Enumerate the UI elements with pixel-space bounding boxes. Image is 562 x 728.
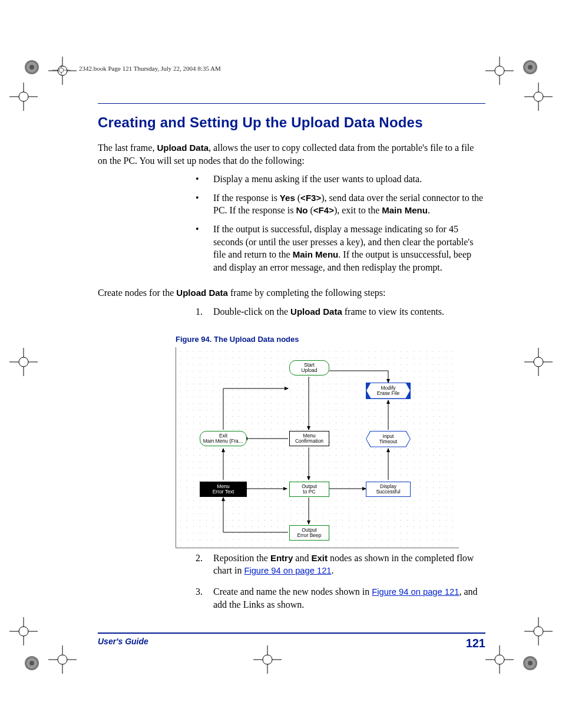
footer-guide-label: User's Guide <box>98 637 148 650</box>
svg-point-10 <box>525 62 535 73</box>
entry-label: Entry <box>270 553 293 563</box>
list-item: If the output is successful, display a m… <box>213 223 485 279</box>
footer-rule <box>98 633 485 634</box>
text: frame by completing the following steps: <box>228 288 386 298</box>
main-menu-label: Main Menu <box>293 249 339 259</box>
footer: User's Guide 121 <box>98 637 485 650</box>
figure-link[interactable]: Figure 94 on page 121 <box>244 566 331 575</box>
node-output-error-beep: OutputError Beep <box>289 525 329 541</box>
step-list: Double-click on the Upload Data frame to… <box>98 305 485 327</box>
key-f4: <F4> <box>313 205 334 215</box>
svg-point-31 <box>27 658 37 668</box>
svg-point-2 <box>29 65 34 70</box>
svg-point-20 <box>19 357 28 367</box>
svg-point-0 <box>25 60 39 74</box>
node-menu-confirmation: MenuConfirmation <box>289 431 329 446</box>
figure-link[interactable]: Figure 94 on page 121 <box>372 587 459 597</box>
figure-flowchart: StartUpload ModifyErase File ExitMain Me… <box>176 347 459 548</box>
svg-point-17 <box>534 92 543 101</box>
list-item: Display a menu asking if the user wants … <box>213 173 485 192</box>
top-rule <box>98 103 485 104</box>
text: . <box>428 205 430 215</box>
crop-mark-icon <box>18 649 46 677</box>
lead-in-paragraph: Create nodes for the Upload Data frame b… <box>98 286 485 299</box>
text: If the response is <box>213 193 280 203</box>
register-mark-icon <box>485 645 514 674</box>
text: ( <box>308 205 313 215</box>
page-number: 121 <box>466 637 485 650</box>
figure-caption: Figure 94. The Upload Data nodes <box>176 335 485 344</box>
intro-paragraph: The last frame, Upload Data, allows the … <box>98 141 485 167</box>
text: ), exit to the <box>334 205 382 215</box>
text: InputTimeout <box>366 431 410 447</box>
text: and <box>293 553 311 563</box>
list-item: Create and name the new nodes shown in F… <box>213 585 485 619</box>
frame-name: Upload Data <box>290 307 342 317</box>
svg-point-26 <box>19 627 28 636</box>
svg-point-32 <box>29 661 34 666</box>
register-mark-icon <box>524 348 553 376</box>
svg-point-14 <box>19 92 28 101</box>
crop-mark-icon <box>18 53 46 81</box>
page-slug: 2342.book Page 121 Thursday, July 22, 20… <box>79 65 221 72</box>
node-start-upload: StartUpload <box>289 360 329 375</box>
text: . <box>332 565 334 575</box>
text: Create and name the new nodes shown in <box>213 587 372 597</box>
svg-point-1 <box>27 62 37 73</box>
svg-point-23 <box>534 357 543 367</box>
svg-point-44 <box>528 661 533 666</box>
page-slug-icon <box>52 65 71 77</box>
text: Display a menu asking if the user wants … <box>213 174 422 184</box>
frame-name: Upload Data <box>157 143 209 153</box>
key-f3: <F3> <box>300 193 321 203</box>
svg-point-47 <box>59 68 64 73</box>
frame-name: Upload Data <box>176 288 228 298</box>
register-mark-icon <box>9 348 38 376</box>
register-mark-icon <box>524 617 553 645</box>
node-modify-erase: ModifyErase File <box>366 383 411 399</box>
node-menu-error-text: MenuError Text <box>200 482 247 497</box>
text: ( <box>295 193 300 203</box>
no-label: No <box>296 205 308 215</box>
svg-point-43 <box>525 658 535 668</box>
svg-point-9 <box>523 60 537 74</box>
register-mark-icon <box>48 645 77 674</box>
flowchart-lines <box>176 347 459 548</box>
step-list-continued: Reposition the Entry and Exit nodes as s… <box>98 552 485 620</box>
register-mark-icon <box>485 57 514 85</box>
main-menu-label: Main Menu <box>382 205 428 215</box>
svg-point-11 <box>528 65 533 70</box>
text: Reposition the <box>213 553 270 563</box>
svg-point-8 <box>495 66 504 75</box>
list-item: Double-click on the Upload Data frame to… <box>213 305 485 327</box>
svg-point-42 <box>523 656 537 670</box>
crop-mark-icon <box>516 649 544 677</box>
register-mark-icon <box>9 617 38 645</box>
register-mark-icon <box>524 83 553 111</box>
node-display-successful: DisplaySuccessful <box>366 482 411 497</box>
list-item: If the response is Yes (<F3>), send data… <box>213 192 485 223</box>
text: Create nodes for the <box>98 288 176 298</box>
svg-point-38 <box>263 655 272 664</box>
text: Double-click on the <box>213 307 290 317</box>
svg-point-30 <box>25 656 39 670</box>
svg-point-29 <box>534 627 543 636</box>
feature-list: Display a menu asking if the user wants … <box>98 173 485 279</box>
page: 2342.book Page 121 Thursday, July 22, 20… <box>0 0 562 728</box>
yes-label: Yes <box>280 193 295 203</box>
list-item: Reposition the Entry and Exit nodes as s… <box>213 552 485 585</box>
exit-label: Exit <box>311 553 328 563</box>
node-exit-main-menu: ExitMain Menu (Fra… <box>200 431 247 446</box>
text: The last frame, <box>98 143 157 153</box>
svg-point-35 <box>58 655 67 664</box>
crop-mark-icon <box>516 53 544 81</box>
svg-point-41 <box>495 655 504 664</box>
text: frame to view its contents. <box>342 307 444 317</box>
register-mark-icon <box>9 83 38 111</box>
node-input-timeout: InputTimeout <box>366 431 411 447</box>
text: ModifyErase File <box>366 383 410 398</box>
node-output-to-pc: Outputto PC <box>289 482 329 497</box>
page-title: Creating and Setting Up the Upload Data … <box>98 114 485 131</box>
content-area: Creating and Setting Up the Upload Data … <box>98 103 485 627</box>
